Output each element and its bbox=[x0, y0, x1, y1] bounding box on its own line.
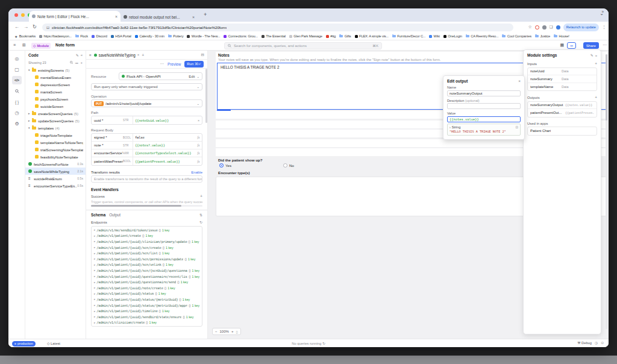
bookmark-item[interactable]: ★ Bookmarks bbox=[14, 34, 36, 39]
debug-grid-icon[interactable]: ▦ bbox=[560, 43, 564, 48]
bookmark-item[interactable]: Calendly - 30 min bbox=[135, 34, 164, 38]
radio-yes[interactable]: Yes bbox=[219, 163, 283, 168]
zoom-in-icon[interactable]: + bbox=[231, 330, 234, 333]
query-tree-item[interactable]: templateNameToNoteTemp... bbox=[25, 139, 86, 146]
expand-endpoint-icon[interactable]: ▸ bbox=[94, 263, 95, 266]
chrome-menu-icon[interactable]: ⋮ bbox=[602, 25, 606, 30]
expand-endpoint-icon[interactable]: ▸ bbox=[94, 281, 95, 284]
share-link-icon[interactable]: ∞ bbox=[567, 42, 576, 49]
reload-icon[interactable]: ↻ bbox=[33, 24, 37, 30]
endpoint-row[interactable]: ▸ /admin/v1/patient/{uuid}/questionnaire… bbox=[92, 274, 202, 280]
preview-button[interactable]: Preview bbox=[168, 62, 181, 66]
bookmark-item[interactable]: FLEX: A simple vis... bbox=[355, 34, 389, 38]
schema-tab[interactable]: Schema bbox=[91, 213, 105, 217]
bookmark-item[interactable]: Connections: Grou... bbox=[224, 34, 258, 38]
endpoint-row[interactable]: ▸ /admin/v1/patient/{uuid}/note/create {… bbox=[92, 285, 202, 291]
module-output-row[interactable]: patientPresentOut... {{patientPresen... bbox=[528, 109, 597, 117]
bookmark-item[interactable]: https://badassyon... bbox=[39, 34, 72, 38]
fx-icon[interactable]: fx bbox=[195, 143, 202, 147]
bookmark-item[interactable]: House! bbox=[554, 34, 569, 38]
new-tab-button[interactable]: + bbox=[204, 11, 207, 17]
bookmark-item[interactable]: Pottery bbox=[168, 34, 183, 38]
bookmark-item[interactable]: Cool Companies bbox=[502, 34, 531, 38]
query-menu-icon[interactable]: ⋯ bbox=[160, 61, 164, 66]
toolbar-overflow-icon[interactable]: ⋯ bbox=[603, 43, 607, 48]
expand-endpoint-icon[interactable]: ▸ bbox=[94, 286, 95, 289]
output-name-input[interactable]: noteSummaryOutput bbox=[447, 90, 521, 96]
bookmarks-overflow-icon[interactable]: » bbox=[601, 10, 604, 14]
operation-select[interactable]: PUT /admin/v1/note/{uuid}/update ⌄ bbox=[91, 99, 202, 107]
back-icon[interactable]: ← bbox=[14, 24, 19, 30]
endpoint-row[interactable]: ▸ /admin/v1/patient/{uuid}/clinician/pri… bbox=[92, 239, 202, 245]
add-input-icon[interactable]: + bbox=[595, 61, 597, 66]
query-tree-item[interactable]: ▸ updateScreenQueries (5) bbox=[25, 117, 86, 124]
relaunch-to-update-button[interactable]: Relaunch to update bbox=[563, 24, 599, 31]
query-tree-item[interactable]: suicideScreen bbox=[25, 102, 86, 110]
minimize-editor-icon[interactable]: ⊟ bbox=[201, 52, 204, 57]
close-query-tab-icon[interactable]: × bbox=[137, 53, 140, 57]
endpoint-row[interactable]: ▸ /admin/v1/clinician/create {} 1 key bbox=[92, 320, 202, 326]
module-input-row[interactable]: templateName Data bbox=[528, 83, 597, 91]
expand-eval-icon[interactable]: › bbox=[449, 125, 451, 129]
add-query-tab-icon[interactable]: + bbox=[142, 53, 144, 57]
add-event-handler-icon[interactable]: + bbox=[200, 194, 202, 198]
expand-endpoint-icon[interactable]: ▸ bbox=[94, 304, 95, 307]
zoom-out-icon[interactable]: − bbox=[215, 330, 218, 333]
bookmark-item[interactable]: HSA Portal bbox=[111, 34, 131, 38]
add-query-icon[interactable]: + bbox=[80, 61, 83, 64]
endpoint-row[interactable]: ▸ /admin/v1/patient/{uuid}/scn/unlink {}… bbox=[92, 262, 202, 268]
module-input-row[interactable]: noteUuid Data bbox=[528, 68, 597, 76]
bookmark-item[interactable]: The Essential bbox=[262, 34, 286, 38]
fx-icon[interactable]: fx bbox=[195, 136, 202, 139]
bookmark-item[interactable]: Furniture/Decor C... bbox=[392, 34, 425, 38]
components-icon[interactable]: ▢ bbox=[12, 65, 22, 74]
bookmark-item[interactable]: Discord bbox=[92, 34, 107, 38]
radio-no[interactable]: No bbox=[283, 163, 294, 168]
bookmark-item[interactable]: Flock bbox=[75, 34, 88, 38]
copy-icon[interactable]: ⊡ bbox=[515, 125, 518, 129]
expand-endpoint-icon[interactable]: ▸ bbox=[94, 269, 95, 272]
bookmark-item[interactable]: CA Reentry Reso... bbox=[466, 34, 499, 38]
query-tree-item[interactable]: maniaScreen bbox=[25, 88, 86, 95]
endpoint-row[interactable]: ▸ /admin/v1/me/sendbird/token/issue {} 1… bbox=[92, 227, 202, 233]
query-tree-item[interactable]: fetchScreensForNote 0.3s bbox=[25, 160, 86, 168]
fit-to-screen-icon[interactable]: ▯ bbox=[236, 330, 237, 334]
query-tree-item[interactable]: feasibilityNoteTemplate bbox=[25, 153, 86, 160]
query-tree-item[interactable]: depressionScreen bbox=[25, 81, 86, 88]
query-tab[interactable]: saveNoteWhileTyping × bbox=[94, 53, 139, 57]
query-tree-item[interactable]: saveNoteWhileTyping 2.1s bbox=[25, 168, 86, 175]
query-tree-item[interactable]: psychosisScreen bbox=[25, 95, 86, 102]
app-menu-icon[interactable]: ≡ bbox=[13, 43, 16, 47]
search-icon[interactable] bbox=[12, 87, 22, 95]
output-description-input[interactable] bbox=[447, 103, 521, 109]
filter-icon[interactable]: ≔ bbox=[75, 61, 78, 65]
tab-close-icon[interactable]: × bbox=[192, 15, 195, 19]
bookmark-item[interactable]: Wiki bbox=[429, 34, 440, 38]
horizontal-scrollbar[interactable] bbox=[91, 205, 202, 207]
bookmark-item[interactable]: Wordle - The New... bbox=[187, 34, 220, 38]
endpoint-row[interactable]: ▸ /admin/v1/patient/{uuid}/questionnaire… bbox=[92, 279, 202, 285]
fx-icon[interactable]: fx bbox=[195, 160, 202, 163]
settings-gear-icon[interactable]: ⚙ bbox=[12, 119, 22, 128]
bookmark-item[interactable]: Glen Park Massage bbox=[289, 34, 322, 38]
endpoint-row[interactable]: ▸ /admin/v1/patient/{uuid}/scn/create {}… bbox=[92, 245, 202, 251]
expand-endpoint-icon[interactable]: ▸ bbox=[94, 234, 95, 237]
output-value-input[interactable]: {{notes.value}} bbox=[447, 116, 521, 122]
query-list-icon[interactable]: ≡ bbox=[89, 53, 92, 57]
endpoint-row[interactable]: ▸ /admin/v1/patient/{uuid}/status/{metri… bbox=[92, 303, 202, 309]
expand-endpoint-icon[interactable]: ▸ bbox=[94, 310, 95, 313]
expand-endpoint-icon[interactable]: ▸ bbox=[94, 292, 95, 295]
command-search-input[interactable]: Search for components, queries, and acti… bbox=[224, 42, 382, 49]
collapse-panel-icon[interactable]: « bbox=[81, 53, 83, 57]
search-queries-icon[interactable] bbox=[70, 61, 74, 65]
expand-endpoint-icon[interactable]: ▸ bbox=[94, 240, 95, 243]
endpoint-row[interactable]: ▸ /admin/v1/patient/{uuid}/status/{metri… bbox=[92, 297, 202, 303]
expand-endpoint-icon[interactable]: ▸ bbox=[94, 257, 95, 260]
minimize-window-button[interactable] bbox=[21, 13, 25, 17]
query-tree-item[interactable]: trialScreeningNoteTemplate bbox=[25, 146, 86, 153]
resource-select[interactable]: Flock API - OpenAPI Edit ⌄ bbox=[119, 72, 202, 80]
extension-icon-red[interactable] bbox=[535, 25, 539, 30]
collapse-panel-icon[interactable]: » bbox=[595, 54, 597, 57]
timer-icon[interactable]: ◷ bbox=[595, 341, 598, 345]
expand-endpoint-icon[interactable]: ▸ bbox=[94, 246, 95, 249]
